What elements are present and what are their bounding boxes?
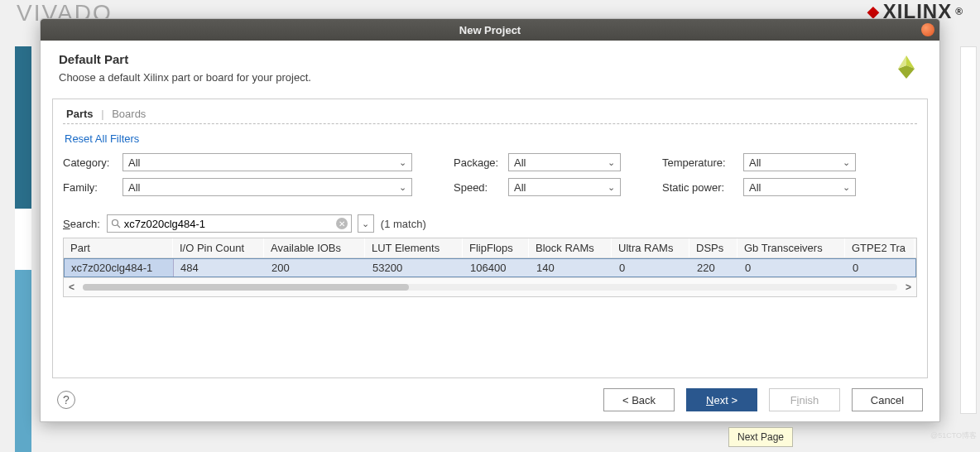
- next-button[interactable]: Next >: [686, 388, 757, 411]
- vivado-page-icon: [891, 52, 921, 82]
- next-tooltip: Next Page: [728, 427, 793, 447]
- chevron-down-icon: ⌄: [843, 157, 850, 168]
- td-io-pin-count: 484: [174, 259, 265, 276]
- td-part: xc7z020clg484-1: [65, 259, 174, 276]
- static-power-select[interactable]: All ⌄: [743, 178, 856, 196]
- tab-separator: |: [101, 108, 103, 120]
- chevron-down-icon: ⌄: [843, 182, 850, 193]
- search-input[interactable]: [124, 218, 333, 230]
- family-label: Family:: [63, 181, 118, 194]
- th-gb-transceivers[interactable]: Gb Transceivers: [737, 238, 845, 257]
- th-lut-elements[interactable]: LUT Elements: [365, 238, 463, 257]
- watermark: @51CTO博客: [930, 430, 977, 441]
- category-value: All: [128, 156, 140, 169]
- scrollbar-thumb[interactable]: [83, 284, 409, 291]
- static-power-value: All: [749, 181, 761, 194]
- new-project-dialog: New Project Default Part Choose a defaul…: [40, 18, 940, 422]
- th-available-iobs[interactable]: Available IOBs: [264, 238, 365, 257]
- chevron-down-icon: ⌄: [362, 219, 369, 229]
- parts-table: Part I/O Pin Count Available IOBs LUT El…: [63, 238, 917, 297]
- static-power-label: Static power:: [662, 181, 738, 194]
- th-block-rams[interactable]: Block RAMs: [529, 238, 612, 257]
- td-dsps: 220: [690, 259, 738, 276]
- search-row: Search: ✕ ⌄ (1 match): [63, 214, 917, 233]
- svg-line-1: [118, 225, 120, 228]
- category-label: Category:: [63, 156, 118, 169]
- td-gb-transceivers: 0: [738, 259, 846, 276]
- chevron-down-icon: ⌄: [608, 182, 615, 193]
- search-dropdown-button[interactable]: ⌄: [358, 214, 374, 233]
- td-block-rams: 140: [530, 259, 612, 276]
- help-button[interactable]: ?: [57, 391, 75, 409]
- tab-parts[interactable]: Parts: [63, 106, 97, 122]
- speed-label: Speed:: [454, 181, 503, 194]
- speed-value: All: [514, 181, 526, 194]
- speed-select[interactable]: All ⌄: [508, 178, 621, 196]
- page-heading: Default Part: [59, 52, 311, 66]
- chevron-down-icon: ⌄: [608, 157, 615, 168]
- horizontal-scrollbar[interactable]: < >: [64, 277, 916, 296]
- tab-boards[interactable]: Boards: [108, 106, 149, 122]
- page-subheading: Choose a default Xilinx part or board fo…: [59, 71, 311, 84]
- td-lut-elements: 53200: [366, 259, 464, 276]
- back-button[interactable]: < Back: [603, 388, 675, 411]
- th-gtpe2[interactable]: GTPE2 Tra: [845, 238, 915, 257]
- category-select[interactable]: All ⌄: [122, 153, 412, 171]
- dialog-content: Parts | Boards Reset All Filters Categor…: [52, 99, 928, 378]
- td-available-iobs: 200: [265, 259, 366, 276]
- table-header-row: Part I/O Pin Count Available IOBs LUT El…: [64, 238, 916, 258]
- td-ultra-rams: 0: [612, 259, 690, 276]
- tab-bar: Parts | Boards: [63, 106, 917, 124]
- th-part[interactable]: Part: [64, 238, 173, 257]
- scrollbar-track[interactable]: [83, 284, 897, 291]
- reset-filters-link[interactable]: Reset All Filters: [65, 132, 917, 145]
- th-io-pin-count[interactable]: I/O Pin Count: [173, 238, 264, 257]
- th-dsps[interactable]: DSPs: [689, 238, 737, 257]
- finish-button: Fiinishnish: [769, 388, 840, 411]
- temperature-label: Temperature:: [662, 156, 738, 169]
- search-box: ✕: [107, 214, 352, 233]
- cancel-button[interactable]: Cancel: [852, 388, 923, 411]
- scroll-left-icon[interactable]: <: [69, 281, 74, 293]
- dialog-footer: ? < Back Next > Fiinishnish Cancel: [41, 378, 939, 421]
- dialog-titlebar: New Project: [41, 19, 939, 41]
- th-flipflops[interactable]: FlipFlops: [463, 238, 529, 257]
- search-icon: [111, 219, 121, 228]
- chevron-down-icon: ⌄: [399, 157, 406, 168]
- dialog-header: Default Part Choose a default Xilinx par…: [41, 41, 939, 99]
- table-row[interactable]: xc7z020clg484-1 484 200 53200 106400 140…: [64, 258, 916, 277]
- clear-search-icon[interactable]: ✕: [336, 218, 348, 229]
- temperature-value: All: [749, 156, 761, 169]
- family-select[interactable]: All ⌄: [122, 178, 412, 196]
- temperature-select[interactable]: All ⌄: [743, 153, 856, 171]
- td-gtpe2: 0: [846, 259, 915, 276]
- td-flipflops: 106400: [464, 259, 530, 276]
- filters-section: Category: All ⌄ Family: All ⌄ Package:: [63, 153, 917, 196]
- scroll-right-icon[interactable]: >: [906, 281, 911, 293]
- close-button[interactable]: [921, 23, 934, 36]
- family-value: All: [128, 181, 140, 194]
- dialog-title: New Project: [459, 24, 521, 36]
- package-label: Package:: [454, 156, 503, 169]
- chevron-down-icon: ⌄: [399, 182, 406, 193]
- package-select[interactable]: All ⌄: [508, 153, 621, 171]
- package-value: All: [514, 156, 526, 169]
- background-panel-left: [15, 46, 31, 452]
- search-match-count: (1 match): [381, 218, 426, 230]
- svg-point-0: [112, 220, 118, 226]
- background-panel-right: [960, 46, 977, 414]
- search-label: Search:: [63, 218, 100, 230]
- th-ultra-rams[interactable]: Ultra RAMs: [612, 238, 689, 257]
